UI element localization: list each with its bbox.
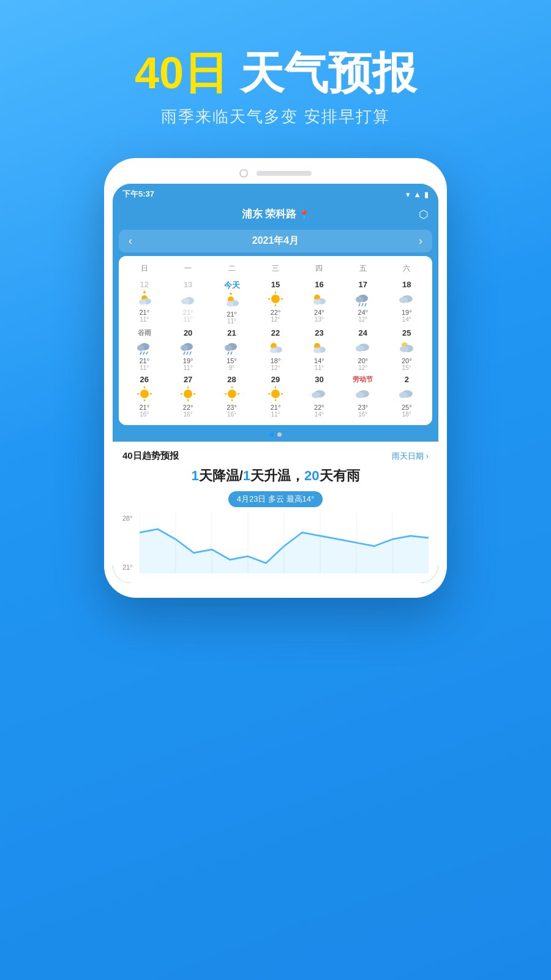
- svg-point-65: [271, 390, 280, 398]
- trend-header: 40日趋势预报 雨天日期 ›: [122, 450, 429, 462]
- phone-mockup: 下午5:37 ▾ ▲ ▮ 浦东 荣科路 📍 ⬡ ‹ 2021年4月 ›: [0, 158, 551, 598]
- svg-point-71: [312, 392, 320, 398]
- page-dot-1: [269, 432, 274, 437]
- svg-point-9: [227, 301, 234, 307]
- svg-point-46: [356, 345, 364, 352]
- page-dot-2: [277, 432, 282, 437]
- svg-point-44: [313, 348, 321, 353]
- location-pin-icon: 📍: [299, 209, 309, 219]
- svg-line-33: [187, 352, 188, 355]
- hero-title-highlight: 40日: [135, 48, 228, 97]
- svg-point-24: [399, 297, 408, 303]
- svg-point-60: [228, 390, 236, 398]
- calendar-day-26[interactable]: 26 21°16°: [122, 374, 166, 419]
- svg-point-41: [270, 348, 277, 353]
- calendar-day-17[interactable]: 17 24°12°: [341, 279, 384, 326]
- wifi-icon: ▾: [406, 190, 410, 199]
- month-title: 2021年4月: [252, 235, 299, 247]
- prev-month-button[interactable]: ‹: [129, 235, 132, 247]
- svg-point-36: [225, 345, 232, 351]
- svg-line-27: [140, 352, 141, 355]
- chart-labels: 28° 21°: [122, 512, 133, 573]
- calendar-day-30[interactable]: 30 22°14°: [298, 374, 341, 419]
- share-button[interactable]: ⬡: [419, 208, 429, 221]
- hero-subtitle: 雨季来临天气多变 安排早打算: [0, 106, 551, 127]
- page-indicator: [113, 429, 438, 442]
- calendar-day-today[interactable]: 今天 21°11°: [210, 279, 253, 326]
- svg-line-21: [362, 303, 363, 306]
- svg-line-22: [365, 303, 366, 306]
- location-bar: 浦东 荣科路 📍 ⬡: [113, 202, 438, 226]
- svg-point-75: [399, 392, 408, 398]
- signal-icon: ▲: [413, 190, 421, 199]
- svg-point-49: [400, 346, 408, 352]
- phone-dot: [239, 169, 248, 178]
- calendar-day-24[interactable]: 24 20°12°: [341, 327, 384, 372]
- calendar-header: 日 一 二 三 四 五 六: [122, 261, 429, 276]
- calendar-day-27[interactable]: 27 22°16°: [166, 374, 209, 419]
- svg-line-28: [143, 352, 144, 355]
- svg-line-34: [190, 352, 191, 355]
- weekday-mon: 一: [166, 261, 209, 276]
- calendar-day-2[interactable]: 2 25°18°: [385, 374, 429, 419]
- phone-bar: [257, 171, 312, 176]
- chart-label-low: 21°: [122, 564, 133, 571]
- phone-body: 下午5:37 ▾ ▲ ▮ 浦东 荣科路 📍 ⬡ ‹ 2021年4月 ›: [104, 158, 447, 598]
- chart-label-high: 28°: [122, 514, 133, 522]
- location-text: 浦东 荣科路: [242, 207, 297, 221]
- trend-badge: 4月23日 多云 最高14°: [228, 491, 323, 507]
- svg-line-20: [359, 303, 360, 306]
- status-time: 下午5:37: [122, 189, 154, 200]
- svg-point-55: [184, 390, 192, 398]
- calendar-day-13[interactable]: 13 21°11°: [166, 279, 209, 326]
- calendar-day-15[interactable]: 15 22°12°: [253, 279, 297, 326]
- weekday-thu: 四: [298, 261, 341, 276]
- weekday-sun: 日: [122, 261, 166, 276]
- calendar-day-16[interactable]: 16 24°13°: [298, 279, 341, 326]
- hero-title-white: 天气预报: [240, 48, 416, 97]
- svg-point-26: [137, 345, 144, 351]
- weekday-tue: 二: [210, 261, 253, 276]
- calendar: 日 一 二 三 四 五 六 12 21°11°: [119, 256, 432, 425]
- calendar-day-guyu[interactable]: 谷雨 21°11°: [122, 327, 166, 372]
- svg-line-37: [228, 352, 229, 355]
- svg-point-10: [271, 295, 280, 303]
- trend-chart: 28° 21°: [122, 512, 429, 573]
- weekday-wed: 三: [253, 261, 297, 276]
- month-nav: ‹ 2021年4月 ›: [119, 230, 432, 252]
- svg-point-50: [140, 390, 149, 398]
- svg-line-38: [231, 352, 232, 355]
- weekday-sat: 六: [385, 261, 429, 276]
- calendar-day-21[interactable]: 21 15°9°: [210, 327, 253, 372]
- status-icons: ▾ ▲ ▮: [406, 190, 429, 199]
- next-month-button[interactable]: ›: [419, 235, 422, 247]
- svg-point-19: [356, 296, 363, 303]
- svg-rect-7: [230, 293, 232, 295]
- calendar-day-22[interactable]: 22 18°12°: [253, 327, 297, 372]
- svg-point-5: [181, 298, 190, 304]
- calendar-week-1: 12 21°11° 13 21°11° 今天 21°11°: [122, 279, 429, 326]
- calendar-day-12[interactable]: 12 21°11°: [122, 279, 166, 326]
- app-screen: 下午5:37 ▾ ▲ ▮ 浦东 荣科路 📍 ⬡ ‹ 2021年4月 ›: [113, 184, 438, 583]
- calendar-day-labourday[interactable]: 劳动节 23°16°: [341, 374, 384, 419]
- svg-point-31: [181, 345, 188, 351]
- calendar-day-23[interactable]: 23 14°11°: [298, 327, 341, 372]
- calendar-day-18[interactable]: 18 19°14°: [385, 279, 429, 326]
- calendar-day-28[interactable]: 28 23°16°: [210, 374, 253, 419]
- weekday-fri: 五: [341, 261, 384, 276]
- calendar-day-29[interactable]: 29 21°11°: [253, 374, 297, 419]
- hero-title: 40日 天气预报: [0, 49, 551, 97]
- calendar-day-20[interactable]: 20 19°11°: [166, 327, 209, 372]
- svg-point-3: [139, 300, 146, 305]
- rain-days-link[interactable]: 雨天日期 ›: [392, 451, 429, 462]
- calendar-week-2: 谷雨 21°11° 20 19°11° 21 15°9°: [122, 327, 429, 372]
- trend-summary: 1天降温/1天升温，20天有雨: [122, 467, 429, 485]
- hero-section: 40日 天气预报 雨季来临天气多变 安排早打算: [0, 0, 551, 146]
- battery-icon: ▮: [424, 190, 429, 199]
- phone-notch: [113, 169, 438, 178]
- svg-point-73: [356, 392, 364, 398]
- status-bar: 下午5:37 ▾ ▲ ▮: [113, 184, 438, 202]
- svg-line-32: [184, 352, 185, 355]
- calendar-week-3: 26 21°16° 27 22°16° 28 23°16°: [122, 374, 429, 419]
- calendar-day-25[interactable]: 25 20°15°: [385, 327, 429, 372]
